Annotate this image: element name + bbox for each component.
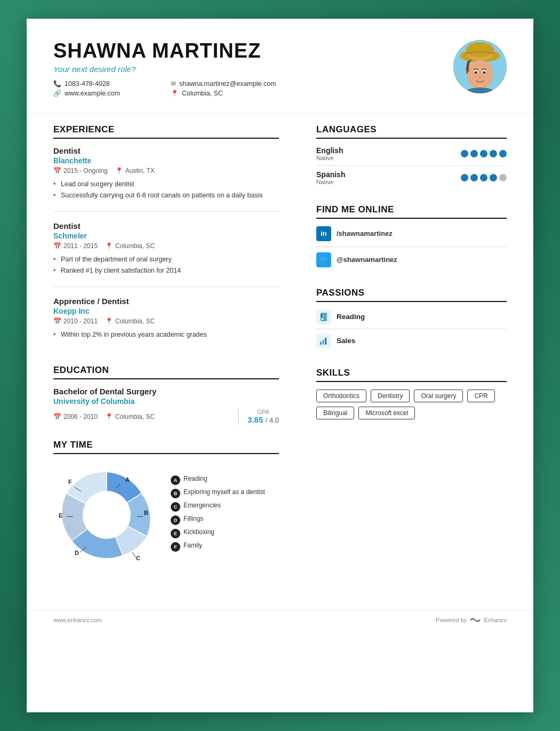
mytime-content: A B C D E F [53,462,279,568]
book-icon [319,312,329,322]
gpa-label: GPA [247,409,279,415]
online-title: FIND ME ONLINE [316,204,507,219]
svg-point-11 [476,71,477,73]
job-1-bullet-2: Successfully carrying out 6-8 root canal… [53,190,279,202]
dot-5 [499,150,507,157]
edu-degree: Bachelor of Dental Surgery [53,387,279,396]
dot-3 [480,150,487,157]
edu-location: 📍 Columbia, SC [105,413,155,420]
skill-microsoft-excel: Microsoft excel [358,407,415,419]
svg-rect-36 [320,341,322,344]
skill-bilingual: Bilingual [316,407,354,419]
svg-point-13 [478,76,482,78]
contact-col-right: ✉ shawna.martinez@example.com 📍 Columbia… [171,80,288,97]
job-2-bullets: Part of the department of oral surgery R… [53,254,279,277]
legend-badge-C: C [171,502,180,512]
job-3-location: 📍 Columbia, SC [105,317,155,325]
skill-dentistry: Dentistry [371,390,410,402]
job-2-location: 📍 Columbia, SC [105,242,155,250]
svg-text:E: E [59,512,62,519]
svg-text:F: F [68,479,72,485]
phone-value: 1083-478-4028 [65,80,110,88]
job-1-bullets: Lead oral surgery dentist Successfully c… [53,179,279,202]
mytime-title: MY TIME [53,440,279,454]
left-column: EXPERIENCE Dentist Blanchette 📅 2015 - O… [27,114,300,594]
linkedin-handle: /shawnamartinez [337,229,393,237]
dot-4 [490,150,497,157]
twitter-icon: 🐦 [316,252,331,267]
pin-icon: 📍 [115,167,123,174]
legend-item-E: E Kickboxing [171,528,279,538]
resume-container: SHAWNA MARTINEZ Your next desired role? … [27,19,533,712]
legend-label-C: Emergencies [183,502,221,509]
gpa-value: 3.85 [247,415,263,424]
job-3-meta: 📅 2010 - 2011 📍 Columbia, SC [53,317,279,325]
legend-item-F: F Family [171,542,279,552]
pin-icon-3: 📍 [105,317,113,325]
donut-svg: A B C D E F [53,462,160,568]
svg-text:A: A [125,476,130,483]
skills-title: SKILLS [316,368,507,382]
svg-rect-34 [323,314,327,320]
svg-point-3 [466,42,494,57]
job-2: Dentist Schmeler 📅 2011 - 2015 📍 Columbi… [53,221,279,287]
right-column: LANGUAGES English Native [300,114,533,594]
dot-s1 [461,174,468,181]
legend-label-A: Reading [183,475,207,482]
lang-english: English Native [316,146,507,166]
enhancv-logo-icon [470,617,481,623]
footer-brand: Powered by Enhancv [436,617,507,623]
experience-title: EXPERIENCE [53,124,279,139]
website-value: www.example.com [65,90,120,97]
header-left: SHAWNA MARTINEZ Your next desired role? … [53,40,437,97]
svg-point-12 [484,71,485,73]
mytime-section: MY TIME [53,440,279,568]
skills-section: SKILLS Orthodontics Dentistry Oral surge… [316,368,507,419]
job-2-period: 📅 2011 - 2015 [53,242,98,250]
candidate-name: SHAWNA MARTINEZ [53,40,437,62]
passion-reading: Reading [316,309,507,329]
linkedin-icon: in [316,226,331,241]
job-2-bullet-2: Ranked #1 by client satisfaction for 201… [53,265,279,277]
job-1-meta: 📅 2015 - Ongoing 📍 Austin, TX [53,167,279,174]
job-3-period: 📅 2010 - 2011 [53,317,98,325]
calendar-icon-3: 📅 [53,317,61,325]
legend-badge-E: E [171,529,180,538]
lang-spanish-level: Native [316,179,345,185]
legend-item-A: A Reading [171,475,279,485]
website-icon: 🔗 [53,90,61,97]
lang-spanish: Spanish Native [316,170,507,189]
gpa-block: GPA 3.85 / 4.0 [238,409,279,425]
chart-icon [319,336,329,346]
svg-rect-37 [323,340,324,345]
job-2-title: Dentist [53,221,279,231]
dot-s5 [499,174,507,181]
svg-rect-35 [321,314,323,317]
footer-website: www.enhancv.com [53,617,102,623]
passions-title: PASSIONS [316,288,507,302]
phone-contact: 📞 1083-478-4028 [53,80,171,88]
passions-section: PASSIONS Reading [316,288,507,353]
linkedin-item: in /shawnamartinez [316,226,507,247]
education-title: EDUCATION [53,365,279,379]
languages-section: LANGUAGES English Native [316,124,507,189]
legend-badge-B: B [171,489,180,498]
edu-meta: 📅 2006 - 2010 📍 Columbia, SC [53,413,238,420]
legend-label-E: Kickboxing [183,528,214,536]
dot-s4 [490,174,497,181]
phone-icon: 📞 [53,80,61,88]
dot-2 [470,150,478,157]
legend-label-B: Exploring myself as a dentist [183,488,265,496]
reading-icon [316,309,331,324]
job-1-bullet-1: Lead oral surgery dentist [53,179,279,190]
job-1-period: 📅 2015 - Ongoing [53,167,108,174]
legend-badge-F: F [171,542,180,552]
twitter-item: 🐦 @shawnamartinez [316,252,507,273]
job-1-title: Dentist [53,146,279,155]
languages-title: LANGUAGES [316,124,507,139]
legend-item-D: D Fillings [171,515,279,525]
svg-text:D: D [75,550,79,556]
lang-spanish-name: Spanish [316,170,345,179]
email-value: shawna.martinez@example.com [179,80,276,88]
skill-cpr: CPR [467,390,494,402]
